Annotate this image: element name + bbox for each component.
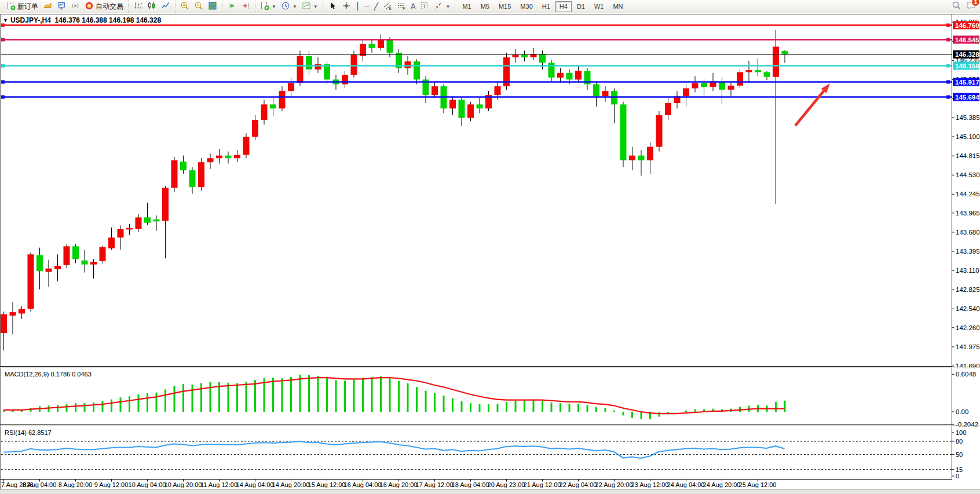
toolbar-right: 1 xyxy=(952,0,977,13)
auto-scroll-button[interactable] xyxy=(225,0,239,13)
text-button[interactable]: A xyxy=(408,0,418,13)
candlesticks-icon xyxy=(147,1,156,12)
toolbar-group-trade: 新订单 自动交易 xyxy=(2,0,128,13)
crosshair-button[interactable] xyxy=(339,0,353,13)
trend-arrow[interactable] xyxy=(795,83,830,126)
arrows-dropdown[interactable]: ▼ xyxy=(432,0,452,13)
svg-text:143.680: 143.680 xyxy=(956,229,980,236)
svg-text:141.690: 141.690 xyxy=(956,363,980,369)
timeframe-button-M30[interactable]: M30 xyxy=(516,1,536,12)
svg-text:145.917: 145.917 xyxy=(955,79,979,86)
trendline-button[interactable]: ╱ xyxy=(371,0,381,13)
tile-windows-icon xyxy=(208,1,217,12)
svg-text:9 Aug 12:00: 9 Aug 12:00 xyxy=(94,481,129,488)
svg-text:145.694: 145.694 xyxy=(955,94,979,101)
svg-text:80: 80 xyxy=(956,438,963,445)
svg-text:16 Aug 20:00: 16 Aug 20:00 xyxy=(380,481,418,488)
svg-text:17 Aug 12:00: 17 Aug 12:00 xyxy=(416,481,454,488)
timeframe-button-D1[interactable]: D1 xyxy=(573,1,589,12)
zoom-in-button[interactable] xyxy=(178,0,192,13)
timeframe-toolbar: M1M5M15M30H1H4D1W1MN xyxy=(455,0,630,13)
svg-text:10 Aug 04:00: 10 Aug 04:00 xyxy=(129,481,166,488)
svg-text:15: 15 xyxy=(956,466,963,473)
search-icon[interactable] xyxy=(952,1,961,12)
svg-text:25 Aug 12:00: 25 Aug 12:00 xyxy=(739,481,777,488)
zoom-out-button[interactable] xyxy=(192,0,206,13)
svg-text:22 Aug 20:00: 22 Aug 20:00 xyxy=(595,481,633,488)
market-watch-button[interactable] xyxy=(54,0,68,13)
svg-text:146.328: 146.328 xyxy=(955,51,979,58)
cursor-icon xyxy=(328,1,337,12)
vertical-line-button[interactable]: │ xyxy=(353,0,363,13)
timeframe-button-H1[interactable]: H1 xyxy=(538,1,554,12)
svg-text:100: 100 xyxy=(956,429,966,436)
clock-icon xyxy=(281,1,290,12)
svg-text:10 Aug 20:00: 10 Aug 20:00 xyxy=(164,481,202,488)
svg-text:24 Aug 04:00: 24 Aug 04:00 xyxy=(667,481,705,488)
template-dropdown[interactable]: ▼ xyxy=(299,0,320,13)
toolbar-group-objects: │ ─ ╱ E F A T ▼ xyxy=(323,0,455,13)
timeframe-button-M1[interactable]: M1 xyxy=(458,1,475,12)
svg-text:142.825: 142.825 xyxy=(956,286,980,293)
text-label-icon: T xyxy=(420,1,429,12)
svg-text:0: 0 xyxy=(956,473,959,480)
svg-text:21 Aug 12:00: 21 Aug 12:00 xyxy=(524,481,561,488)
new-chart-dropdown[interactable]: ▼ xyxy=(258,0,279,13)
horizontal-lines[interactable]: 146.760146.545146.158145.917145.694146.3… xyxy=(1,21,979,101)
chart-shift-button[interactable] xyxy=(239,0,253,13)
svg-text:-0.2042: -0.2042 xyxy=(956,421,978,428)
timeframe-button-M15[interactable]: M15 xyxy=(495,1,515,12)
candlestick-chart-button[interactable] xyxy=(145,0,159,13)
bars-icon xyxy=(133,1,142,12)
svg-text:0.6048: 0.6048 xyxy=(956,371,976,378)
new-order-label: 新订单 xyxy=(17,2,38,12)
chart-profile-button[interactable] xyxy=(41,0,54,13)
cursor-button[interactable] xyxy=(326,0,339,13)
candlestick-series xyxy=(1,30,788,350)
zoom-in-icon xyxy=(180,1,189,12)
chevron-down-icon: ▼ xyxy=(292,4,297,9)
chevron-down-icon: ▼ xyxy=(313,4,318,9)
new-order-icon xyxy=(6,1,16,12)
svg-text:143.110: 143.110 xyxy=(956,267,979,274)
svg-text:E: E xyxy=(389,6,392,10)
macd-indicator-label: MACD(12,26,9) 0.1786 0.0463 xyxy=(5,371,92,378)
horizontal-line-button[interactable]: ─ xyxy=(363,0,372,13)
period-dropdown[interactable]: ▼ xyxy=(279,0,299,13)
notifications-button[interactable]: 1 xyxy=(966,1,977,12)
text-label-button[interactable]: T xyxy=(418,0,432,13)
auto-scroll-icon xyxy=(227,1,236,12)
line-chart-button[interactable] xyxy=(159,0,173,13)
timeframe-button-H4[interactable]: H4 xyxy=(555,1,572,12)
fibonacci-button[interactable]: F xyxy=(394,0,408,13)
chart-ohlc-header: ▼ USDJPY-,H4 146.376 146.388 146.198 146… xyxy=(3,16,161,24)
new-order-button[interactable]: 新订单 xyxy=(4,0,41,13)
signals-button[interactable] xyxy=(68,0,82,13)
svg-text:8 Aug 04:00: 8 Aug 04:00 xyxy=(23,481,57,488)
notification-badge: 1 xyxy=(971,0,980,6)
timeframe-button-M5[interactable]: M5 xyxy=(477,1,493,12)
svg-text:145.385: 145.385 xyxy=(956,114,980,121)
equidistant-channel-icon: E xyxy=(383,1,392,12)
svg-text:146.760: 146.760 xyxy=(955,22,979,29)
timeframe-button-MN[interactable]: MN xyxy=(609,1,627,12)
svg-text:20 Aug 23:00: 20 Aug 23:00 xyxy=(488,481,525,488)
chevron-down-icon[interactable]: ▼ xyxy=(3,17,8,23)
template-icon xyxy=(302,1,311,12)
time-axis[interactable]: 7 Aug 20238 Aug 04:008 Aug 20:009 Aug 12… xyxy=(1,480,776,489)
timeframe-button-W1[interactable]: W1 xyxy=(590,1,608,12)
zoom-out-icon xyxy=(194,1,203,12)
svg-text:144.815: 144.815 xyxy=(956,152,980,159)
bar-chart-button[interactable] xyxy=(131,0,145,13)
auto-trading-button[interactable]: 自动交易 xyxy=(82,0,126,13)
chart-shift-icon xyxy=(241,1,250,12)
tile-windows-button[interactable] xyxy=(206,0,220,13)
svg-text:T: T xyxy=(423,3,427,9)
svg-text:142.540: 142.540 xyxy=(956,305,980,312)
rsi-panel: 1008050150 xyxy=(1,429,966,480)
macd-panel: 0.60480.00-0.2042 xyxy=(3,371,978,428)
channel-button[interactable]: E xyxy=(381,0,394,13)
svg-text:141.975: 141.975 xyxy=(956,343,980,350)
chart-canvas[interactable]: 146.805146.520146.235145.950145.670145.3… xyxy=(0,14,980,494)
fibonacci-icon: F xyxy=(397,1,406,12)
